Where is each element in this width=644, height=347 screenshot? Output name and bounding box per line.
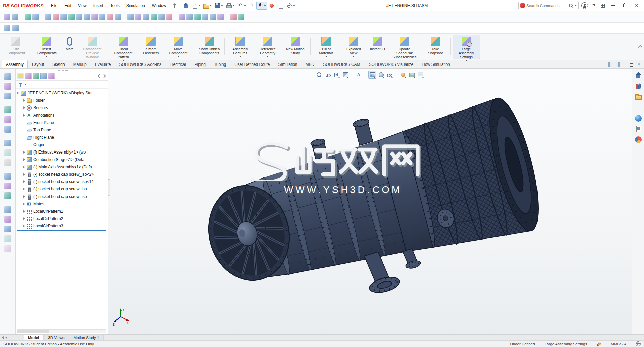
tree-item-mates[interactable]: Mates [16, 200, 108, 208]
select-tool-button[interactable] [256, 2, 267, 10]
path-length-dimension-icon[interactable] [217, 14, 224, 20]
tree-item-origin[interactable]: Origin [16, 141, 108, 148]
hide-show-items-icon[interactable] [386, 71, 394, 79]
tab-electrical[interactable]: Electrical [166, 60, 190, 68]
tree-item-screw-3[interactable]: (-) socket head cap screw_iso [16, 185, 108, 193]
note-tool-icon[interactable] [230, 14, 237, 20]
move-component-tool-icon[interactable] [4, 116, 11, 123]
tab-simulation[interactable]: Simulation [274, 60, 301, 68]
rebuild-button[interactable] [268, 2, 276, 10]
tab-solidworks-cam[interactable]: SOLIDWORKS CAM [319, 60, 364, 68]
mate-button[interactable]: Mate [60, 35, 79, 59]
expand-arrow-icon[interactable] [23, 180, 25, 183]
help-icon[interactable] [590, 2, 597, 9]
scroll-right-icon[interactable] [102, 74, 106, 78]
expand-arrow-icon[interactable] [23, 225, 25, 227]
scroll-left-icon[interactable] [97, 74, 101, 78]
search-commands-box[interactable] [518, 2, 579, 9]
mirror-entities-icon[interactable] [151, 14, 157, 20]
expand-arrow-icon[interactable] [23, 114, 25, 117]
panel-grip[interactable] [16, 69, 108, 72]
move-component-button[interactable]: Move Component [165, 35, 192, 59]
tab-sketch[interactable]: Sketch [48, 60, 69, 68]
apply-scene-icon[interactable] [408, 71, 416, 79]
menu-view[interactable]: View [75, 0, 90, 11]
update-speedpak-button[interactable]: Update SpeedPak Subassemblies [391, 35, 418, 59]
isolate-tool-icon[interactable] [4, 149, 11, 156]
custom-properties-icon[interactable] [635, 126, 642, 132]
tree-item-screw-1[interactable]: (-) socket head cap screw_iso<2> [16, 171, 108, 178]
doc-minimize-icon[interactable] [622, 62, 627, 67]
menu-file[interactable]: File [48, 0, 61, 11]
dynamic-annotation-views-icon[interactable] [355, 71, 363, 79]
menu-insert[interactable]: Insert [90, 0, 107, 11]
tree-item-combustion-stage[interactable]: Combustion Stage<1> (Defa [16, 156, 108, 163]
ribbon-collapse-icon[interactable] [638, 44, 642, 49]
tab-layout[interactable]: Layout [28, 60, 48, 68]
corner-rectangle-icon[interactable] [53, 14, 59, 20]
explode-line-sketch-tool-icon[interactable] [4, 226, 11, 232]
tree-item-screw-4[interactable]: (-) socket head cap screw_iso [16, 193, 108, 200]
new-document-button[interactable] [190, 2, 201, 10]
file-explorer-icon[interactable] [635, 93, 642, 100]
fastener-tool-icon[interactable] [4, 106, 11, 113]
horizontal-dimension-icon[interactable] [186, 14, 193, 20]
linear-sketch-pattern-icon[interactable] [158, 14, 165, 20]
tab-assembly[interactable]: Assembly [2, 60, 28, 68]
instant3d-button[interactable]: Instant3D [368, 35, 387, 59]
view-orientation-icon[interactable] [368, 71, 376, 79]
tree-item-exhaust-assembly[interactable]: (f) Exhaust Assembly<1> (wo [16, 148, 108, 156]
convert-entities-icon[interactable] [135, 14, 141, 20]
display-style-icon[interactable] [377, 71, 385, 79]
tree-item-root[interactable]: JET ENGINE (WORK) <Display Stat [16, 89, 108, 97]
component-preview-pane-icon[interactable] [4, 25, 10, 31]
tab-3d-views[interactable]: 3D Views [44, 335, 69, 340]
restore-window-button[interactable] [620, 2, 630, 10]
interference-detection-tool-icon[interactable] [4, 183, 11, 189]
user-account-icon[interactable] [581, 2, 588, 9]
edit-pencil-icon[interactable] [596, 341, 601, 346]
tab-user-defined-route[interactable]: User Defined Route [230, 60, 274, 68]
select-tool-2-icon[interactable] [25, 14, 31, 20]
view-settings-icon[interactable] [417, 71, 425, 79]
tree-item-main-axis-assembly[interactable]: (-) Main Axis Assembly<1> (Defa [16, 163, 108, 171]
expand-arrow-icon[interactable] [23, 203, 25, 205]
insert-component-tool-icon[interactable] [4, 73, 11, 80]
assembly-feature-tool-icon[interactable] [4, 159, 11, 166]
hide-component-tool-icon[interactable] [4, 140, 11, 146]
centerline-icon[interactable] [115, 14, 121, 20]
edit-component-button[interactable]: Edit Component [2, 35, 30, 59]
chamfer-dimension-icon[interactable] [210, 14, 216, 20]
balloon-tool-icon[interactable] [238, 14, 244, 20]
sketch-point-icon[interactable] [45, 14, 51, 20]
configurationmanager-icon[interactable] [33, 73, 39, 79]
large-assembly-settings-button[interactable]: Large Assembly Settings [453, 35, 480, 59]
featuremanager-design-tree-icon[interactable] [17, 73, 24, 79]
zoom-to-fit-icon[interactable] [315, 71, 323, 79]
menu-tools[interactable]: Tools [107, 0, 123, 11]
rotate-component-tool-icon[interactable] [4, 126, 11, 133]
tab-mbd[interactable]: MBD [302, 60, 319, 68]
hole-alignment-tool-icon[interactable] [4, 206, 11, 213]
doc-restore-icon[interactable] [629, 62, 634, 67]
expand-arrow-icon[interactable] [23, 151, 25, 154]
graphics-area[interactable]: WWW.YSH3D.COM Y X Z [108, 69, 632, 334]
filter-funnel-icon[interactable] [18, 82, 23, 87]
pin-menu-icon[interactable] [172, 3, 177, 8]
solidworks-forum-icon[interactable] [635, 136, 642, 143]
undo-button[interactable] [236, 2, 247, 10]
filter-dropdown-icon[interactable] [24, 84, 26, 85]
tree-item-front-plane[interactable]: Front Plane [16, 119, 108, 126]
sketch-text-icon[interactable] [107, 14, 113, 20]
appearances-scenes-icon[interactable] [635, 115, 642, 122]
redo-button[interactable] [248, 2, 256, 10]
linear-component-pattern-button[interactable]: Linear Component Pattern [110, 35, 137, 59]
tree-item-folder[interactable]: Folder [16, 97, 108, 104]
zoom-to-area-icon[interactable] [324, 71, 332, 79]
tree-item-screw-2[interactable]: (-) socket head cap screw_iso<14 [16, 178, 108, 185]
offset-entities-icon[interactable] [143, 14, 149, 20]
print-button[interactable] [225, 2, 235, 10]
menu-window[interactable]: Window [148, 0, 170, 11]
globe-icon[interactable] [636, 341, 641, 346]
menu-edit[interactable]: Edit [61, 0, 75, 11]
